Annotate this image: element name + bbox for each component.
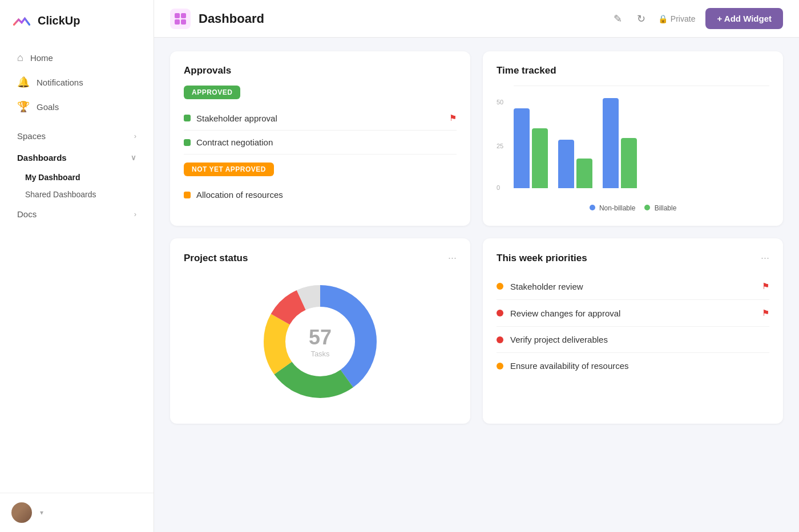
- green-dot: [184, 115, 191, 121]
- priority-item-2-label: Review changes for approval: [510, 308, 620, 318]
- approval-item-allocation-label: Allocation of resources: [196, 190, 283, 200]
- sidebar-item-spaces[interactable]: Spaces ›: [5, 125, 149, 147]
- bar-billable-2: [576, 159, 592, 188]
- sidebar: ClickUp ⌂ Home 🔔 Notifications 🏆 Goals S…: [0, 0, 154, 532]
- priority-flag-1: ⚑: [762, 281, 769, 291]
- green-dot-2: [184, 139, 191, 146]
- home-icon: ⌂: [17, 52, 23, 64]
- svg-rect-0: [175, 13, 180, 18]
- sidebar-item-home[interactable]: ⌂ Home: [5, 46, 149, 70]
- sidebar-item-docs-label: Docs: [17, 209, 37, 219]
- dashboard-grid: Approvals APPROVED Stakeholder approval …: [170, 51, 783, 424]
- priority-dot-orange-2: [497, 363, 503, 369]
- y-label-50: 50: [497, 99, 503, 105]
- donut-center: 57 Tasks: [309, 326, 332, 358]
- bar-chart: 50 25 0: [497, 86, 769, 200]
- bell-icon: 🔔: [17, 76, 30, 88]
- time-tracked-title: Time tracked: [497, 65, 769, 76]
- lock-icon: 🔒: [658, 14, 668, 23]
- sidebar-item-docs[interactable]: Docs ›: [5, 204, 149, 225]
- legend-blue-dot: [590, 205, 595, 210]
- legend-nonbillable-label: Non-billable: [599, 204, 635, 212]
- priority-dot-orange-1: [497, 283, 503, 290]
- sidebar-subitem-shared-dashboards[interactable]: Shared Dashboards: [0, 186, 154, 203]
- legend-billable-label: Billable: [655, 204, 677, 212]
- sidebar-item-dashboards-label: Dashboards: [17, 153, 67, 163]
- project-status-header: Project status ···: [184, 252, 457, 264]
- priority-item-3[interactable]: Verify project deliverables: [497, 327, 769, 353]
- svg-rect-3: [181, 19, 186, 25]
- legend-billable: Billable: [644, 204, 676, 212]
- bar-billable-3: [621, 138, 637, 188]
- main-content: Dashboard ✎ ↻ 🔒 Private + Add Widget App…: [154, 0, 799, 532]
- legend-green-dot: [644, 205, 650, 210]
- approved-badge: APPROVED: [184, 86, 240, 99]
- bar-nonbillable-3: [603, 98, 619, 188]
- chevron-down-icon: ∨: [131, 153, 136, 162]
- sidebar-item-goals-label: Goals: [37, 102, 59, 112]
- project-status-title: Project status: [184, 253, 248, 264]
- approval-item-contract[interactable]: Contract negotiation: [184, 131, 457, 155]
- orange-dot: [184, 192, 191, 198]
- trophy-icon: 🏆: [17, 100, 30, 113]
- bar-group-1: [514, 108, 548, 188]
- sidebar-subitem-my-dashboard[interactable]: My Dashboard: [0, 169, 154, 186]
- approval-item-allocation[interactable]: Allocation of resources: [184, 183, 457, 206]
- private-label: 🔒 Private: [658, 14, 696, 23]
- avatar-chevron-icon[interactable]: ▾: [40, 509, 43, 517]
- y-label-0: 0: [497, 184, 500, 191]
- svg-rect-1: [181, 13, 186, 18]
- priority-item-1[interactable]: Stakeholder review ⚑: [497, 273, 769, 300]
- add-widget-button[interactable]: + Add Widget: [705, 8, 783, 29]
- svg-rect-2: [175, 19, 180, 25]
- dashboard-icon: [170, 9, 191, 29]
- logo-text: ClickUp: [38, 14, 80, 27]
- chevron-right-docs-icon: ›: [134, 210, 136, 218]
- priority-item-3-label: Verify project deliverables: [510, 335, 608, 344]
- bar-group-2: [558, 140, 592, 188]
- grid-icon: [174, 13, 187, 25]
- user-avatar[interactable]: [11, 502, 32, 523]
- approvals-card: Approvals APPROVED Stakeholder approval …: [170, 51, 470, 226]
- donut-label: Tasks: [310, 350, 329, 358]
- logo[interactable]: ClickUp: [0, 0, 154, 41]
- clickup-logo-icon: [11, 10, 32, 31]
- approval-item-stakeholder[interactable]: Stakeholder approval ⚑: [184, 106, 457, 131]
- edit-icon[interactable]: ✎: [611, 10, 624, 27]
- bar-billable-1: [532, 128, 548, 188]
- flag-icon-stakeholder: ⚑: [449, 113, 457, 123]
- priorities-menu[interactable]: ···: [761, 252, 769, 264]
- donut-container: 57 Tasks: [252, 273, 389, 410]
- approval-item-stakeholder-label: Stakeholder approval: [196, 113, 277, 123]
- priority-flag-2: ⚑: [762, 308, 769, 318]
- y-label-25: 25: [497, 143, 503, 149]
- bar-nonbillable-1: [514, 108, 530, 188]
- refresh-icon[interactable]: ↻: [635, 10, 648, 27]
- sidebar-item-notifications[interactable]: 🔔 Notifications: [5, 70, 149, 94]
- grid-line-top: [514, 86, 769, 86]
- avatar-image: [11, 502, 32, 523]
- approval-item-contract-label: Contract negotiation: [196, 137, 273, 147]
- sidebar-subitem-my-dashboard-label: My Dashboard: [25, 173, 80, 182]
- priority-item-4[interactable]: Ensure availability of resources: [497, 353, 769, 379]
- priority-dot-red-2: [497, 336, 503, 343]
- project-status-card: Project status ···: [170, 238, 470, 424]
- priorities-card: This week priorities ··· Stakeholder rev…: [483, 238, 783, 424]
- sidebar-item-home-label: Home: [30, 53, 53, 63]
- bar-nonbillable-2: [558, 140, 574, 188]
- not-approved-badge: NOT YET APPROVED: [184, 163, 274, 176]
- priority-dot-red-1: [497, 310, 503, 316]
- project-status-menu[interactable]: ···: [448, 252, 457, 264]
- donut-wrapper: 57 Tasks: [184, 273, 457, 410]
- sidebar-item-goals[interactable]: 🏆 Goals: [5, 95, 149, 119]
- priority-item-4-label: Ensure availability of resources: [510, 361, 629, 371]
- sidebar-item-notifications-label: Notifications: [37, 78, 83, 87]
- priority-item-2[interactable]: Review changes for approval ⚑: [497, 300, 769, 327]
- time-tracked-card: Time tracked 50 25 0: [483, 51, 783, 226]
- chevron-right-icon: ›: [134, 132, 136, 140]
- sidebar-item-spaces-label: Spaces: [17, 131, 46, 141]
- bar-group-3: [603, 98, 637, 188]
- sidebar-item-dashboards[interactable]: Dashboards ∨: [5, 147, 149, 168]
- header-actions: ✎ ↻ 🔒 Private + Add Widget: [611, 8, 783, 29]
- donut-number: 57: [309, 326, 332, 350]
